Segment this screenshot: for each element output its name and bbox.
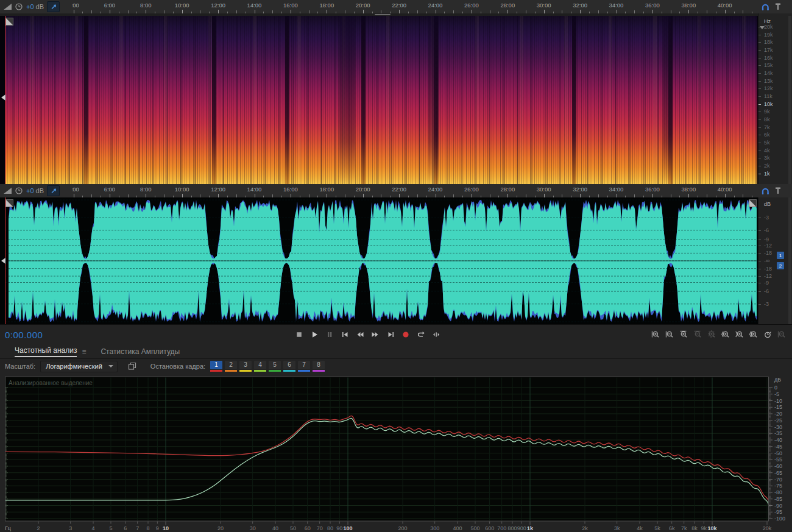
pin-icon[interactable] <box>774 186 782 196</box>
waveform-vscrollbar[interactable] <box>788 197 791 324</box>
svg-text:-70: -70 <box>774 477 782 483</box>
svg-text:4: 4 <box>92 525 95 531</box>
gain-readout[interactable]: +0 dB <box>26 3 44 10</box>
frequency-scale-label: 12k <box>764 85 773 91</box>
channel-badge[interactable]: 1 <box>777 252 784 259</box>
ruler-time-label: 32:00 <box>573 2 587 9</box>
freeze-channel-2-button[interactable]: 2 <box>225 361 237 372</box>
scale-dropdown[interactable]: Логарифмический <box>40 361 118 372</box>
waveform-left-marker[interactable] <box>1 258 5 264</box>
db-scale-label: -∞ <box>764 258 769 264</box>
rewind-button[interactable] <box>355 330 366 339</box>
freeze-channel-1-button[interactable]: 1 <box>210 361 222 372</box>
frequency-scale-tick <box>758 174 761 174</box>
waveform-corner-grip[interactable] <box>5 199 13 207</box>
zoom-to-selection-button[interactable] <box>748 330 759 339</box>
spectrogram-vscrollbar[interactable] <box>788 16 791 184</box>
freeze-channel-4-button[interactable]: 4 <box>254 361 266 372</box>
record-button[interactable] <box>400 330 411 339</box>
pin-icon[interactable] <box>774 2 782 12</box>
waveform-db-scale[interactable]: dB-3-6-9-12-18-∞-18-12-9-6-312 <box>758 197 792 324</box>
ruler-tick <box>580 10 581 13</box>
pause-button[interactable] <box>324 330 335 339</box>
svg-text:800: 800 <box>508 525 517 531</box>
waveform-corner-grip-right[interactable] <box>749 199 757 207</box>
ruler-tick <box>218 194 219 197</box>
frequency-scale-label: 6k <box>764 132 770 138</box>
svg-text:6: 6 <box>124 525 127 531</box>
zoom-to-out-point-button[interactable] <box>734 330 745 339</box>
ruler-tick <box>82 196 83 197</box>
play-button[interactable] <box>309 330 320 339</box>
svg-text:50: 50 <box>290 525 296 531</box>
clock-icon[interactable] <box>15 186 23 195</box>
level-fader-icon[interactable] <box>4 188 12 194</box>
freeze-channel-7-button[interactable]: 7 <box>298 361 310 372</box>
monitor-headphones-icon[interactable] <box>760 2 770 12</box>
freeze-channel-number: 6 <box>283 361 295 369</box>
playhead-follow-button[interactable] <box>47 1 60 12</box>
playhead-follow-button[interactable] <box>47 185 60 196</box>
ruler-tick <box>300 196 300 197</box>
spectrogram-corner-grip[interactable] <box>5 18 13 26</box>
svg-text:3: 3 <box>69 525 72 531</box>
skip-selection-button[interactable] <box>431 330 442 339</box>
frequency-scale-label: 3k <box>764 155 770 161</box>
svg-text:дБ: дБ <box>774 377 781 383</box>
panel-menu-icon[interactable]: ≡ <box>82 347 86 356</box>
copy-graph-icon[interactable] <box>127 361 137 371</box>
db-scale-label: -3 <box>764 301 769 307</box>
stop-button[interactable] <box>294 330 305 339</box>
ruler-tick <box>679 196 680 197</box>
freeze-channel-3-button[interactable]: 3 <box>239 361 252 372</box>
svg-text:-85: -85 <box>774 496 782 502</box>
svg-text:-90: -90 <box>774 503 782 509</box>
restore-zoom-button[interactable] <box>762 330 773 339</box>
ruler-tick <box>716 12 716 13</box>
svg-text:80: 80 <box>327 525 333 531</box>
spectrogram-track-gap <box>572 16 576 184</box>
monitor-headphones-icon[interactable] <box>760 186 770 196</box>
loop-playback-button[interactable] <box>415 330 426 339</box>
clock-icon[interactable] <box>15 2 23 11</box>
frequency-scale-label: 7k <box>764 124 770 130</box>
time-display[interactable]: 0:00.000 <box>5 330 43 340</box>
spectrogram-display[interactable] <box>0 16 758 184</box>
level-fader-icon[interactable] <box>4 4 12 10</box>
tab-label: Статистика Амплитуды <box>101 347 180 356</box>
ruler-tick <box>562 194 562 197</box>
zoom-out-time-button[interactable] <box>664 330 675 339</box>
waveform-display[interactable] <box>0 197 758 324</box>
ruler-tick <box>589 12 590 13</box>
zoom-out-full-icon <box>777 330 786 339</box>
svg-text:-95: -95 <box>774 509 782 515</box>
scale-caret-icon[interactable] <box>760 26 765 29</box>
zoom-to-in-point-button[interactable] <box>720 330 731 339</box>
zoom-in-amplitude-button[interactable] <box>678 330 689 339</box>
skip-to-start-button[interactable] <box>339 330 350 339</box>
svg-text:70: 70 <box>317 525 323 531</box>
gain-readout[interactable]: +0 dB <box>26 187 44 194</box>
ruler-tick <box>498 12 499 13</box>
freeze-channel-6-button[interactable]: 6 <box>283 361 295 372</box>
frequency-analysis-plot[interactable]: Анализированное выделение дБ0-5-10-15-20… <box>0 374 792 532</box>
spectrogram-timeline-ruler[interactable]: 4:006:008:0010:0012:0014:0016:0018:0020:… <box>0 0 758 13</box>
waveform-timeline-ruler[interactable]: 4:006:008:0010:0012:0014:0016:0018:0020:… <box>0 184 758 197</box>
channel-badge[interactable]: 2 <box>777 262 784 269</box>
tab-amplitude-statistics[interactable]: Статистика Амплитуды <box>101 344 180 358</box>
spectrogram-hscrollbar-thumb[interactable] <box>375 14 391 15</box>
spectrogram-left-marker[interactable] <box>1 94 5 101</box>
freeze-channel-number: 8 <box>313 361 325 369</box>
ruler-tick <box>617 10 617 13</box>
spectrogram-frequency-scale[interactable]: Hz20k19k18k17k16k15k14k13k12k11k10k9k8k7… <box>758 13 792 184</box>
freeze-channel-8-button[interactable]: 8 <box>313 361 325 372</box>
zoom-in-time-button[interactable] <box>650 330 661 339</box>
tab-frequency-analysis[interactable]: Частотный анализ ≡ <box>15 344 86 358</box>
fast-forward-button[interactable] <box>370 330 381 339</box>
svg-text:100: 100 <box>343 525 352 531</box>
spectrogram-header: 4:006:008:0010:0012:0014:0016:0018:0020:… <box>0 0 792 14</box>
ruler-tick <box>91 194 92 197</box>
freeze-channel-5-button[interactable]: 5 <box>269 361 281 372</box>
frequency-scale-tick <box>758 135 761 135</box>
skip-to-end-button[interactable] <box>385 330 396 339</box>
